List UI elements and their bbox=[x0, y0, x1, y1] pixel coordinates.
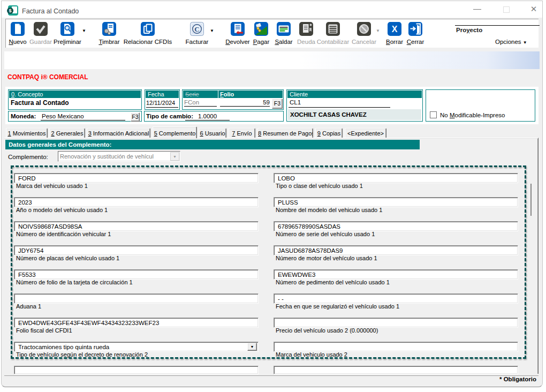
relacionar-cfdis-icon bbox=[140, 21, 155, 36]
complement-overflow-right[interactable] bbox=[274, 366, 518, 374]
no-modificable-box: No Modificable-Impreso bbox=[426, 89, 535, 122]
required-note: * Obligatorio bbox=[499, 376, 536, 382]
borrar-icon: X bbox=[387, 21, 402, 36]
tab-5-complemento[interactable]: 5 Complemento bbox=[153, 126, 197, 138]
no-modificable-label: No Modificable-Impreso bbox=[440, 112, 505, 118]
complement-selection-dashed-border bbox=[11, 165, 526, 359]
cliente-caption: Cliente bbox=[287, 91, 422, 98]
fecha-box: Fecha 12/11/2024 bbox=[145, 89, 180, 110]
no-modificable-checkbox[interactable] bbox=[430, 111, 437, 118]
proyecto-label: Proyecto bbox=[456, 27, 482, 33]
tab-6-usuario[interactable]: 6 Usuario bbox=[199, 128, 226, 138]
contabilizar-icon bbox=[325, 21, 340, 36]
close-button[interactable]: ✕ bbox=[527, 2, 541, 16]
moneda-box: Moneda: Peso Mexicano F3 bbox=[8, 111, 142, 122]
folio-caption: Folio bbox=[220, 91, 234, 98]
facturar-dropdown-arrow-icon[interactable]: ▼ bbox=[210, 28, 214, 33]
moneda-f3-button[interactable]: F3 bbox=[131, 112, 140, 122]
complement-overflow-left[interactable] bbox=[14, 366, 259, 374]
svg-text:C: C bbox=[194, 25, 199, 33]
tab-9-copias[interactable]: 9 Copias bbox=[315, 128, 343, 138]
title-bar: $ Factura al Contado bbox=[2, 1, 542, 18]
tab-2-generales[interactable]: 2 Generales bbox=[49, 128, 85, 138]
saldar-icon bbox=[276, 21, 291, 36]
cliente-name: XOCHILT CASAS CHAVEZ bbox=[288, 109, 421, 120]
deuda-icon bbox=[299, 21, 314, 36]
serie-folio-caption: Serie Folio bbox=[183, 91, 283, 98]
cliente-code[interactable]: CL1 bbox=[290, 99, 301, 105]
serie-value[interactable]: FCon bbox=[184, 99, 217, 107]
complement-selector-value: Renovación y sustitución de vehícul bbox=[60, 153, 167, 160]
tipo-cambio-value[interactable]: 1.0000 bbox=[185, 112, 230, 120]
complement-selector-label: Complemento: bbox=[8, 154, 48, 160]
preliminar-icon bbox=[60, 21, 75, 36]
scrollbar-thumb[interactable] bbox=[530, 184, 532, 216]
folio-value[interactable]: 59 bbox=[220, 99, 270, 107]
tipo-cambio-box: Tipo de cambio: 1.0000 bbox=[144, 111, 284, 122]
guardar-icon bbox=[33, 21, 48, 36]
complement-section-header: Datos generales del Complemento: bbox=[5, 140, 420, 149]
tab-8-resumen-de-pagos[interactable]: 8 Resumen de Pagos bbox=[257, 128, 313, 138]
opciones-button[interactable]: Opciones ▼ bbox=[495, 39, 527, 45]
product-title: CONTPAQ i® COMERCIAL bbox=[7, 73, 88, 81]
proyecto-underline bbox=[455, 25, 540, 26]
concepto-caption: 0. Concepto bbox=[9, 91, 141, 98]
nuevo-icon bbox=[10, 21, 25, 36]
header-gradient-bar bbox=[4, 51, 540, 69]
concepto-box: 0. Concepto Factura al Contado bbox=[8, 89, 142, 110]
serie-caption: Serie bbox=[185, 91, 199, 97]
cerrar-label: Cerrar bbox=[383, 39, 448, 45]
cliente-box: Cliente CL1 XOCHILT CASAS CHAVEZ bbox=[286, 89, 423, 122]
svg-text:X: X bbox=[392, 25, 398, 34]
toolbar: Proyecto Opciones ▼ NuevoGuardarPrelimin… bbox=[5, 19, 539, 48]
moneda-label: Moneda: bbox=[11, 113, 36, 119]
tab-1-movimientos[interactable]: 1 Movimientos bbox=[6, 128, 48, 138]
concepto-value: Factura al Contado bbox=[11, 99, 69, 107]
tab-3-informaci-n-adicional[interactable]: 3 Información Adicional bbox=[87, 128, 150, 138]
fecha-caption: Fecha bbox=[146, 91, 179, 98]
app-icon: $ bbox=[8, 5, 18, 16]
serie-folio-box: Serie Folio FCon 59 F3 bbox=[182, 89, 284, 110]
cliente-code-underline bbox=[289, 107, 390, 108]
cerrar-icon bbox=[408, 21, 423, 36]
panel-bottom-line bbox=[4, 375, 539, 376]
devolver-icon bbox=[230, 21, 245, 36]
fecha-value[interactable]: 12/11/2024 bbox=[146, 100, 178, 108]
complement-selector[interactable]: Renovación y sustitución de vehícul ▼ bbox=[58, 151, 180, 162]
pagar-icon bbox=[254, 21, 269, 36]
maximize-button[interactable] bbox=[503, 6, 510, 13]
facturar-icon: C bbox=[189, 21, 204, 36]
tab-7-env-o[interactable]: 7 Envío bbox=[229, 128, 255, 138]
window-title: Factura al Contado bbox=[22, 7, 79, 15]
tab-expediente[interactable]: <Expediente> bbox=[345, 128, 386, 138]
complement-selector-arrow-icon: ▼ bbox=[170, 152, 179, 161]
preliminar-dropdown-arrow-icon[interactable]: ▼ bbox=[82, 28, 86, 33]
folio-f3-button[interactable]: F3 bbox=[272, 99, 283, 109]
cancelar-icon bbox=[357, 21, 371, 36]
moneda-value[interactable]: Peso Mexicano bbox=[41, 112, 125, 120]
minimize-button[interactable] bbox=[473, 9, 481, 10]
timbrar-icon bbox=[102, 21, 117, 36]
cancelar-dropdown-arrow-icon[interactable]: ▼ bbox=[376, 28, 380, 33]
